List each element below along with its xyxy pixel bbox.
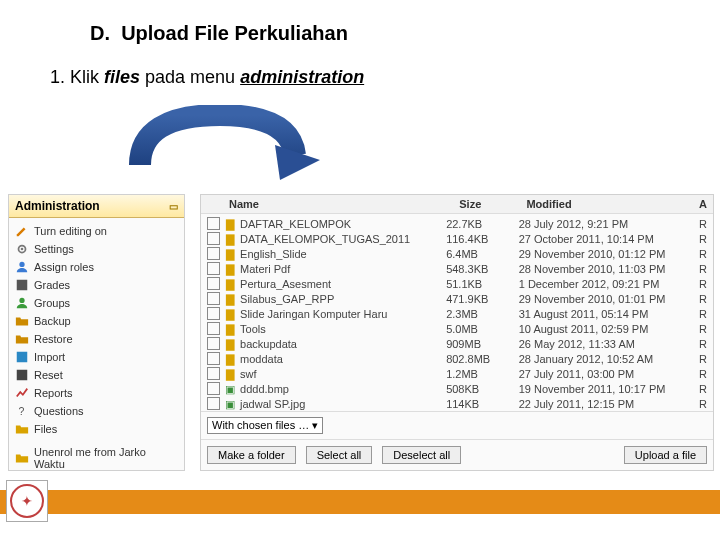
table-row[interactable]: ▇ DATA_KELOMPOK_TUGAS_2011116.4KB27 Octo… (201, 231, 713, 246)
row-checkbox[interactable] (207, 322, 220, 335)
sidebar-item-reports[interactable]: Reports (9, 384, 184, 402)
table-row[interactable]: ▇ moddata802.8MB28 January 2012, 10:52 A… (201, 351, 713, 366)
file-size: 2.3MB (446, 308, 515, 320)
table-row[interactable]: ▇ English_Slide6.4MB29 November 2010, 01… (201, 246, 713, 261)
sidebar-item-label: Questions (34, 405, 84, 417)
files-icon (15, 422, 29, 436)
table-row[interactable]: ▇ Slide Jaringan Komputer Haru2.3MB31 Au… (201, 306, 713, 321)
sidebar-item-grades[interactable]: Grades (9, 276, 184, 294)
row-checkbox[interactable] (207, 217, 220, 230)
footer-stripe (0, 490, 720, 514)
sidebar-item-label: Turn editing on (34, 225, 107, 237)
row-checkbox[interactable] (207, 307, 220, 320)
sidebar-item-label: Import (34, 351, 65, 363)
file-name: Pertura_Asesment (240, 278, 331, 290)
block-collapse-icon[interactable]: ▭ (169, 201, 178, 212)
sidebar-item-label: Reports (34, 387, 73, 399)
sidebar-item-restore[interactable]: Restore (9, 330, 184, 348)
reports-icon (15, 386, 29, 400)
sidebar-item-groups[interactable]: Groups (9, 294, 184, 312)
image-icon: ▣ (223, 383, 237, 395)
file-modified: 28 January 2012, 10:52 AM (519, 353, 695, 365)
sidebar-item-backup[interactable]: Backup (9, 312, 184, 330)
row-checkbox[interactable] (207, 337, 220, 350)
folder-icon: ▇ (223, 233, 237, 245)
table-row[interactable]: ▇ Pertura_Asesment51.1KB1 December 2012,… (201, 276, 713, 291)
file-modified: 27 July 2011, 03:00 PM (519, 368, 695, 380)
table-row[interactable]: ▇ backupdata909MB26 May 2012, 11:33 AMR (201, 336, 713, 351)
file-name: Silabus_GAP_RPP (240, 293, 334, 305)
sidebar-item-label: Unenrol me from Jarko Waktu (34, 446, 178, 470)
file-action: R (699, 218, 707, 230)
sidebar-item-roles[interactable]: Assign roles (9, 258, 184, 276)
folder-icon: ▇ (223, 248, 237, 260)
sidebar-item-label: Restore (34, 333, 73, 345)
row-checkbox[interactable] (207, 352, 220, 365)
file-size: 116.4KB (446, 233, 515, 245)
row-checkbox[interactable] (207, 277, 220, 290)
sidebar-item-label: Groups (34, 297, 70, 309)
svg-text:?: ? (19, 405, 25, 417)
sidebar-item-label: Reset (34, 369, 63, 381)
questions-icon: ? (15, 404, 29, 418)
institution-seal: ✦ (6, 480, 48, 522)
file-modified: 28 July 2012, 9:21 PM (519, 218, 695, 230)
grades-icon (15, 278, 29, 292)
file-action: R (699, 308, 707, 320)
table-row[interactable]: ▇ Tools5.0MB10 August 2011, 02:59 PMR (201, 321, 713, 336)
file-name: Slide Jaringan Komputer Haru (240, 308, 387, 320)
sidebar-item-label: Settings (34, 243, 74, 255)
file-modified: 29 November 2010, 01:01 PM (519, 293, 695, 305)
row-checkbox[interactable] (207, 397, 220, 410)
file-action: R (699, 383, 707, 395)
sidebar-item-unenrol[interactable]: Unenrol me from Jarko Waktu (9, 444, 184, 470)
file-modified: 26 May 2012, 11:33 AM (519, 338, 695, 350)
folder-icon: ▇ (223, 323, 237, 335)
file-modified: 27 October 2011, 10:14 PM (519, 233, 695, 245)
sidebar-item-pencil[interactable]: Turn editing on (9, 222, 184, 240)
file-size: 5.0MB (446, 323, 515, 335)
file-size: 508KB (446, 383, 515, 395)
image-icon: ▣ (223, 398, 237, 410)
with-chosen-select[interactable]: With chosen files … ▾ (207, 417, 323, 434)
file-name: DATA_KELOMPOK_TUGAS_2011 (240, 233, 410, 245)
file-action: R (699, 263, 707, 275)
page-title: D. Upload File Perkuliahan (90, 22, 348, 45)
row-checkbox[interactable] (207, 382, 220, 395)
row-checkbox[interactable] (207, 232, 220, 245)
table-row[interactable]: ▇ swf1.2MB27 July 2011, 03:00 PMR (201, 366, 713, 381)
sidebar-item-files[interactable]: Files (9, 420, 184, 438)
sidebar-item-reset[interactable]: Reset (9, 366, 184, 384)
sidebar-item-gear[interactable]: Settings (9, 240, 184, 258)
table-row[interactable]: ▇ DAFTAR_KELOMPOK22.7KB28 July 2012, 9:2… (201, 216, 713, 231)
file-action: R (699, 278, 707, 290)
svg-rect-3 (17, 280, 28, 291)
sidebar-item-import[interactable]: Import (9, 348, 184, 366)
select-all-button[interactable]: Select all (306, 446, 373, 464)
file-name: moddata (240, 353, 283, 365)
folder-icon: ▇ (223, 368, 237, 380)
row-checkbox[interactable] (207, 292, 220, 305)
row-checkbox[interactable] (207, 262, 220, 275)
table-row[interactable]: ▣ dddd.bmp508KB19 November 2011, 10:17 P… (201, 381, 713, 396)
instruction-text: 1. Klik files pada menu administration (50, 67, 364, 88)
file-size: 1.2MB (446, 368, 515, 380)
upload-file-button[interactable]: Upload a file (624, 446, 707, 464)
table-row[interactable]: ▇ Materi Pdf548.3KB28 November 2010, 11:… (201, 261, 713, 276)
file-modified: 1 December 2012, 09:21 PM (519, 278, 695, 290)
make-folder-button[interactable]: Make a folder (207, 446, 296, 464)
svg-point-1 (21, 248, 24, 251)
import-icon (15, 350, 29, 364)
folder-icon: ▇ (223, 278, 237, 290)
file-button-bar: Make a folder Select all Deselect all Up… (201, 439, 713, 470)
table-row[interactable]: ▇ Silabus_GAP_RPP471.9KB29 November 2010… (201, 291, 713, 306)
row-checkbox[interactable] (207, 367, 220, 380)
row-checkbox[interactable] (207, 247, 220, 260)
deselect-all-button[interactable]: Deselect all (382, 446, 461, 464)
groups-icon (15, 296, 29, 310)
folder-icon: ▇ (223, 308, 237, 320)
file-action: R (699, 353, 707, 365)
svg-rect-5 (17, 352, 28, 363)
table-row[interactable]: ▣ jadwal SP.jpg114KB22 July 2011, 12:15 … (201, 396, 713, 411)
sidebar-item-questions[interactable]: ?Questions (9, 402, 184, 420)
